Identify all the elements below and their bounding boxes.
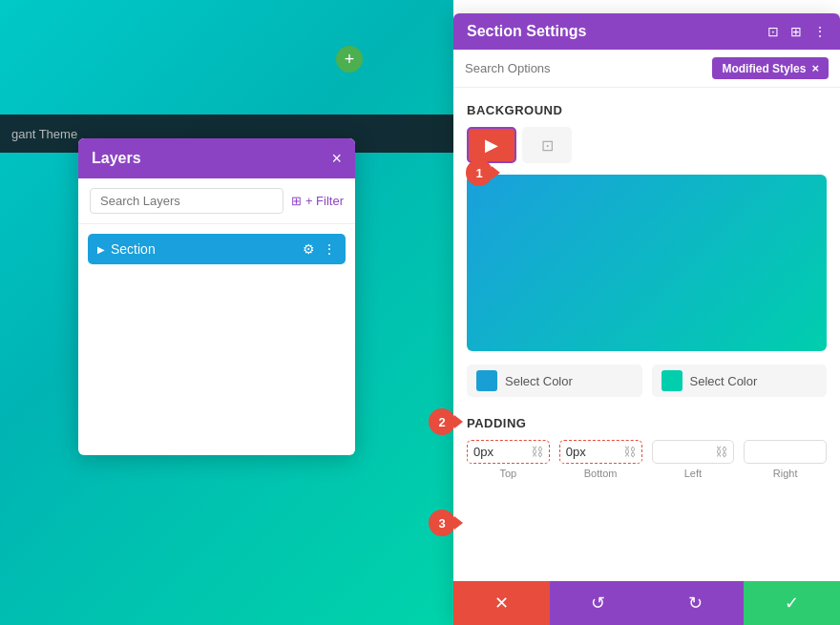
modified-styles-badge: Modified Styles × <box>712 57 829 79</box>
redo-icon: ↻ <box>688 593 703 614</box>
link-icon-top: ⛓ <box>531 445 543 459</box>
padding-right-label: Right <box>744 468 827 479</box>
bg-type-image-button[interactable]: ⊡ <box>522 127 572 163</box>
color-stop-1[interactable]: Select Color <box>467 365 642 397</box>
link-icon-bottom: ⛓ <box>623 445 636 459</box>
padding-top-group: ⛓ Top <box>467 440 550 479</box>
undo-icon: ↺ <box>591 593 605 614</box>
padding-bottom-label: Bottom <box>559 468 642 479</box>
color-swatch-1 <box>476 370 497 391</box>
padding-top-label: Top <box>467 468 550 479</box>
padding-label: Padding <box>467 416 827 430</box>
minimize-icon[interactable]: ⊡ <box>767 24 779 39</box>
add-section-button[interactable]: + <box>336 46 363 73</box>
undo-button[interactable]: ↺ <box>550 581 646 625</box>
padding-top-wrap: ⛓ <box>467 440 550 464</box>
save-icon: ✓ <box>785 593 799 614</box>
step-badge-3: 3 <box>429 510 455 536</box>
layers-close-button[interactable]: × <box>331 150 342 167</box>
modified-badge-close[interactable]: × <box>811 61 819 75</box>
image-broken-icon: ⊡ <box>541 136 554 155</box>
redo-button[interactable]: ↻ <box>647 581 744 625</box>
filter-label: + Filter <box>305 194 344 208</box>
step-1-label: 1 <box>475 166 482 180</box>
padding-left-label: Left <box>652 468 735 479</box>
color-stop-2[interactable]: Select Color <box>652 365 828 397</box>
background-label: Background <box>467 103 827 117</box>
layer-item-name: Section <box>111 241 156 257</box>
step-3-label: 3 <box>438 516 445 531</box>
layer-actions: ⚙ ⋮ <box>303 241 336 257</box>
step-2-label: 2 <box>438 415 445 429</box>
gradient-preview <box>467 175 827 351</box>
settings-panel: Section Settings ⊡ ⊞ ⋮ Modified Styles ×… <box>453 13 840 625</box>
padding-left-input[interactable] <box>659 445 712 459</box>
color-stop-row: Select Color Select Color <box>467 365 827 397</box>
step-badge-1: 1 <box>466 159 493 186</box>
color-swatch-2 <box>662 370 682 391</box>
layers-panel: Layers × ⊞ + Filter ▶ Section ⚙ ⋮ <box>78 138 355 455</box>
color-triangle-icon: ▶ <box>485 135 498 156</box>
filter-button[interactable]: ⊞ + Filter <box>291 194 344 208</box>
color-stop-1-label: Select Color <box>505 374 573 388</box>
more-icon[interactable]: ⋮ <box>813 24 827 39</box>
layer-item[interactable]: ▶ Section ⚙ ⋮ <box>88 234 346 264</box>
settings-search-row: Modified Styles × <box>453 50 840 88</box>
filter-icon: ⊞ <box>291 194 302 208</box>
padding-left-wrap: ⛓ <box>652 440 735 464</box>
layers-search-input[interactable] <box>90 188 284 214</box>
save-button[interactable]: ✓ <box>744 581 840 625</box>
step-badge-2: 2 <box>429 408 455 435</box>
cancel-icon: ✕ <box>494 593 509 614</box>
padding-right-wrap <box>744 440 827 464</box>
padding-right-group: Right <box>744 440 827 479</box>
padding-top-input[interactable] <box>473 445 527 459</box>
bg-type-row: ▶ ⊡ <box>467 127 827 163</box>
color-stop-2-label: Select Color <box>690 374 758 388</box>
chevron-right-icon: ▶ <box>97 244 105 255</box>
settings-title: Section Settings <box>467 23 586 40</box>
settings-icons: ⊡ ⊞ ⋮ <box>767 24 827 39</box>
settings-header: Section Settings ⊡ ⊞ ⋮ <box>453 13 840 50</box>
cancel-button[interactable]: ✕ <box>453 581 550 625</box>
layer-item-left: ▶ Section <box>97 241 156 257</box>
layers-search-row: ⊞ + Filter <box>78 178 355 224</box>
nav-text: gant Theme <box>11 127 77 141</box>
padding-bottom-wrap: ⛓ <box>559 440 642 464</box>
layers-header: Layers × <box>78 138 355 178</box>
layers-list: ▶ Section ⚙ ⋮ <box>78 224 355 455</box>
link-icon-left: ⛓ <box>715 445 727 459</box>
settings-search-input[interactable] <box>465 61 704 75</box>
layers-title: Layers <box>92 150 141 167</box>
plus-icon: + <box>345 50 355 70</box>
padding-bottom-input[interactable] <box>566 445 620 459</box>
padding-bottom-group: ⛓ Bottom <box>559 440 642 479</box>
settings-body: Background ▶ ⊡ Select Color Select Color <box>453 88 840 581</box>
bg-type-color-button[interactable]: ▶ <box>467 127 516 163</box>
modified-styles-label: Modified Styles <box>722 62 806 75</box>
padding-left-group: ⛓ Left <box>652 440 735 479</box>
settings-footer: ✕ ↺ ↻ ✓ <box>453 581 840 625</box>
padding-row: ⛓ Top ⛓ Bottom ⛓ Left <box>467 440 827 479</box>
columns-icon[interactable]: ⊞ <box>790 24 802 39</box>
layer-settings-icon[interactable]: ⚙ <box>303 241 315 257</box>
padding-right-input[interactable] <box>750 445 820 459</box>
layer-menu-icon[interactable]: ⋮ <box>323 241 336 257</box>
